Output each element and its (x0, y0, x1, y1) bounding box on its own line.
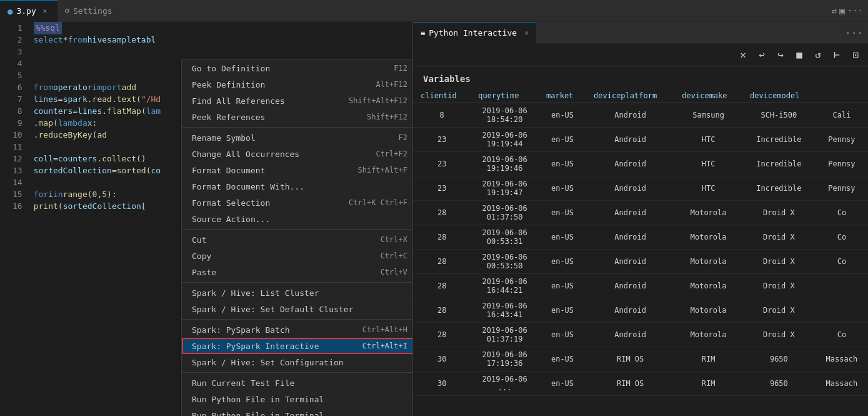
cell-extra: Co (816, 225, 868, 250)
col-extra (816, 89, 868, 103)
cell-extra: Pennsy (816, 128, 868, 152)
cell-devicemodel: Incredible (742, 152, 816, 176)
editor-tab-actions: ⇄ ▣ ··· (827, 6, 868, 16)
cell-devicemodel: Droid X (742, 201, 816, 225)
panel-tab-label: Python Interactive (429, 28, 517, 38)
panel-tab-interactive[interactable]: ≡ Python Interactive ✕ (413, 22, 536, 44)
cell-devicemodel: Droid X (742, 225, 816, 250)
line-numbers: 1 2 3 4 5 6 7 8 9 10 11 12 13 14 15 16 (0, 22, 29, 416)
cell-clientid: 8 (413, 103, 471, 128)
cell-querytime: 2019-06-06 01:37:19 (471, 323, 539, 347)
cell-devicemake: Motorola (674, 250, 742, 274)
table-row: 302019-06-06 17:19:36en-USRIM OSRIM9650M… (413, 347, 868, 372)
cell-deviceplatform: Android (586, 323, 674, 347)
cell-extra: Co (816, 201, 868, 225)
code-line-1: %%sql (34, 22, 412, 34)
split-editor-icon[interactable]: ⇄ (832, 6, 837, 16)
cell-clientid: 28 (413, 201, 471, 225)
menu-item-peek-refs[interactable]: Peek References Shift+F12 (182, 109, 412, 125)
cell-deviceplatform: Android (586, 250, 674, 274)
interactive-panel: ≡ Python Interactive ✕ ··· ✕ ↩ ↪ ■ ↺ ⊢ ⊡… (412, 22, 868, 416)
cell-querytime: 2019-06-06 19:19:47 (471, 176, 539, 201)
cell-devicemodel: Incredible (742, 176, 816, 201)
cell-extra (816, 298, 868, 323)
menu-item-format-with[interactable]: Format Document With... (182, 178, 412, 195)
menu-item-pyspark-batch[interactable]: Spark: PySpark Batch Ctrl+Alt+H (182, 322, 412, 338)
cell-market: en-US (539, 201, 586, 225)
menu-item-rename[interactable]: Rename Symbol F2 (182, 129, 412, 146)
table-row: 82019-06-06 18:54:20en-USAndroidSamsungS… (413, 103, 868, 128)
menu-item-run-python-1[interactable]: Run Python File in Terminal (182, 391, 412, 407)
cell-clientid: 30 (413, 347, 471, 372)
cell-devicemake: Motorola (674, 298, 742, 323)
cell-querytime: 2019-06-06 16:43:41 (471, 298, 539, 323)
menu-item-spark-list[interactable]: Spark / Hive: List Cluster (182, 285, 412, 301)
separator-5 (182, 372, 412, 373)
cell-market: en-US (539, 372, 586, 396)
menu-item-format-doc[interactable]: Format Document Shift+Alt+F (182, 162, 412, 178)
col-market: market (539, 89, 586, 103)
menu-item-find-refs[interactable]: Find All References Shift+Alt+F12 (182, 93, 412, 109)
menu-item-source-action[interactable]: Source Action... (182, 211, 412, 227)
cell-extra: Massach (816, 347, 868, 372)
panel-more-actions[interactable]: ··· (845, 27, 863, 39)
toolbar-next-btn[interactable]: ⊢ (829, 48, 844, 63)
panel-tab-close[interactable]: ✕ (524, 29, 529, 37)
cell-querytime: 2019-06-06 00:53:50 (471, 250, 539, 274)
cell-market: en-US (539, 298, 586, 323)
separator-4 (182, 319, 412, 320)
table-row: 282019-06-06 00:53:50en-USAndroidMotorol… (413, 250, 868, 274)
menu-item-spark-default[interactable]: Spark / Hive: Set Default Cluster (182, 301, 412, 317)
col-devicemodel: devicemodel (742, 89, 816, 103)
context-menu: Go to Definition F12 Peek Definition Alt… (181, 59, 412, 416)
main-area: 1 2 3 4 5 6 7 8 9 10 11 12 13 14 15 16 %… (0, 22, 868, 416)
toolbar-interrupt-btn[interactable]: ■ (792, 48, 807, 63)
menu-item-goto-def[interactable]: Go to Definition F12 (182, 60, 412, 76)
menu-item-run-python-2[interactable]: Run Python File in Terminal (182, 407, 412, 416)
menu-item-paste[interactable]: Paste Ctrl+V (182, 264, 412, 280)
menu-item-copy[interactable]: Copy Ctrl+C (182, 248, 412, 264)
cell-deviceplatform: Android (586, 274, 674, 298)
menu-item-change-all[interactable]: Change All Occurrences Ctrl+F2 (182, 146, 412, 162)
menu-item-run-test[interactable]: Run Current Test File (182, 375, 412, 391)
cell-devicemodel: Incredible (742, 128, 816, 152)
cell-market: en-US (539, 250, 586, 274)
more-actions-icon[interactable]: ··· (847, 6, 863, 16)
cell-deviceplatform: Android (586, 128, 674, 152)
code-line-3 (34, 46, 412, 58)
code-line-2: select * from hivesampletabl (34, 34, 412, 46)
toolbar-undo-btn[interactable]: ↪ (773, 48, 788, 63)
menu-item-cut[interactable]: Cut Ctrl+X (182, 231, 412, 248)
toolbar-close-btn[interactable]: ✕ (736, 48, 751, 63)
table-row: 282019-06-06 01:37:50en-USAndroidMotorol… (413, 201, 868, 225)
menu-item-spark-config[interactable]: Spark / Hive: Set Configuration (182, 354, 412, 370)
cell-clientid: 28 (413, 225, 471, 250)
tab-editor[interactable]: ● 3.py ✕ (0, 0, 57, 22)
cell-devicemodel: SCH-i500 (742, 103, 816, 128)
cell-devicemake: Motorola (674, 323, 742, 347)
cell-querytime: 2019-06-06 17:19:36 (471, 347, 539, 372)
menu-item-format-sel[interactable]: Format Selection Ctrl+K Ctrl+F (182, 195, 412, 211)
cell-market: en-US (539, 176, 586, 201)
menu-item-peek-def[interactable]: Peek Definition Alt+F12 (182, 76, 412, 93)
cell-devicemodel: Droid X (742, 298, 816, 323)
toolbar-redo-btn[interactable]: ↩ (754, 48, 769, 63)
editor-tab-close[interactable]: ✕ (40, 6, 50, 16)
toolbar-export-btn[interactable]: ⊡ (848, 48, 863, 63)
tab-bar: ● 3.py ✕ ⚙ Settings ⇄ ▣ ··· (0, 0, 868, 22)
separator-3 (182, 282, 412, 283)
layout-icon[interactable]: ▣ (839, 6, 844, 16)
toolbar-restart-btn[interactable]: ↺ (811, 48, 826, 63)
table-row: 232019-06-06 19:19:46en-USAndroidHTCIncr… (413, 152, 868, 176)
tab-settings[interactable]: ⚙ Settings (57, 0, 120, 22)
editor-tab-icon: ● (7, 6, 12, 16)
panel-tab-bar: ≡ Python Interactive ✕ ··· (413, 22, 868, 44)
cell-market: en-US (539, 274, 586, 298)
menu-item-pyspark-interactive[interactable]: Spark: PySpark Interactive Ctrl+Alt+I (182, 338, 412, 354)
table-row: 282019-06-06 01:37:19en-USAndroidMotorol… (413, 323, 868, 347)
cell-clientid: 28 (413, 323, 471, 347)
separator-1 (182, 127, 412, 128)
cell-clientid: 28 (413, 274, 471, 298)
table-row: 232019-06-06 19:19:47en-USAndroidHTCIncr… (413, 176, 868, 201)
cell-deviceplatform: Android (586, 298, 674, 323)
